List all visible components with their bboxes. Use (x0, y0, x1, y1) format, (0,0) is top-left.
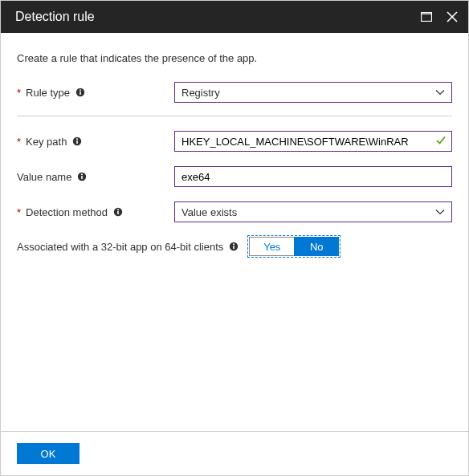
svg-point-6 (80, 89, 81, 91)
svg-rect-17 (233, 246, 234, 249)
dialog-content: Create a rule that indicates the presenc… (1, 33, 468, 431)
ok-button[interactable]: OK (17, 443, 80, 464)
divider (17, 116, 452, 116)
label-rule-type-text: Rule type (26, 87, 70, 99)
control-key-path (174, 131, 452, 152)
row-rule-type: * Rule type Registry (17, 80, 452, 104)
svg-rect-14 (117, 211, 119, 214)
description-text: Create a rule that indicates the presenc… (17, 52, 452, 64)
label-detection-method: * Detection method (17, 206, 174, 218)
svg-point-18 (233, 243, 234, 245)
svg-rect-5 (80, 92, 81, 95)
info-icon[interactable] (112, 206, 124, 218)
svg-point-15 (117, 209, 119, 210)
row-associated-32bit: Associated with a 32-bit app on 64-bit c… (17, 235, 452, 258)
toggle-yes-button[interactable]: Yes (249, 237, 294, 256)
check-icon (435, 135, 447, 148)
rule-type-select[interactable]: Registry (174, 82, 452, 103)
label-value-name-text: Value name (17, 171, 71, 183)
control-detection-method: Value exists (174, 201, 452, 222)
associated-32bit-toggle: Yes No (247, 235, 341, 258)
label-rule-type: * Rule type (17, 87, 174, 99)
info-icon[interactable] (76, 171, 88, 182)
row-value-name: Value name (17, 165, 452, 189)
info-icon[interactable] (71, 136, 83, 147)
info-icon[interactable] (75, 87, 86, 98)
info-icon[interactable] (228, 241, 239, 252)
close-icon[interactable] (444, 9, 460, 25)
label-associated-32bit-text: Associated with a 32-bit app on 64-bit c… (17, 241, 223, 253)
svg-point-12 (81, 173, 83, 175)
label-detection-method-text: Detection method (26, 206, 108, 218)
dialog-footer: OK (1, 431, 468, 475)
detection-method-value: Value exists (181, 206, 237, 218)
label-key-path: * Key path (17, 136, 174, 148)
control-value-name (174, 166, 452, 187)
header-actions (418, 9, 460, 25)
row-detection-method: * Detection method Value exists (17, 200, 452, 224)
label-associated-32bit: Associated with a 32-bit app on 64-bit c… (17, 241, 239, 253)
required-marker: * (17, 87, 21, 99)
chevron-down-icon (435, 206, 445, 218)
svg-rect-11 (82, 176, 84, 179)
dialog-title: Detection rule (15, 10, 418, 24)
chevron-down-icon (435, 87, 445, 99)
dialog-header: Detection rule (1, 1, 468, 33)
maximize-icon[interactable] (418, 9, 434, 25)
label-key-path-text: Key path (26, 136, 67, 148)
rule-type-value: Registry (181, 87, 220, 99)
label-value-name: Value name (17, 171, 174, 183)
svg-point-9 (76, 138, 78, 140)
required-marker: * (17, 136, 21, 148)
key-path-input[interactable] (174, 131, 452, 152)
detection-method-select[interactable]: Value exists (174, 201, 452, 222)
value-name-input[interactable] (174, 166, 452, 187)
toggle-no-button[interactable]: No (294, 237, 339, 256)
required-marker: * (17, 206, 21, 218)
row-key-path: * Key path (17, 129, 452, 153)
svg-rect-8 (77, 140, 79, 144)
control-rule-type: Registry (174, 82, 452, 103)
